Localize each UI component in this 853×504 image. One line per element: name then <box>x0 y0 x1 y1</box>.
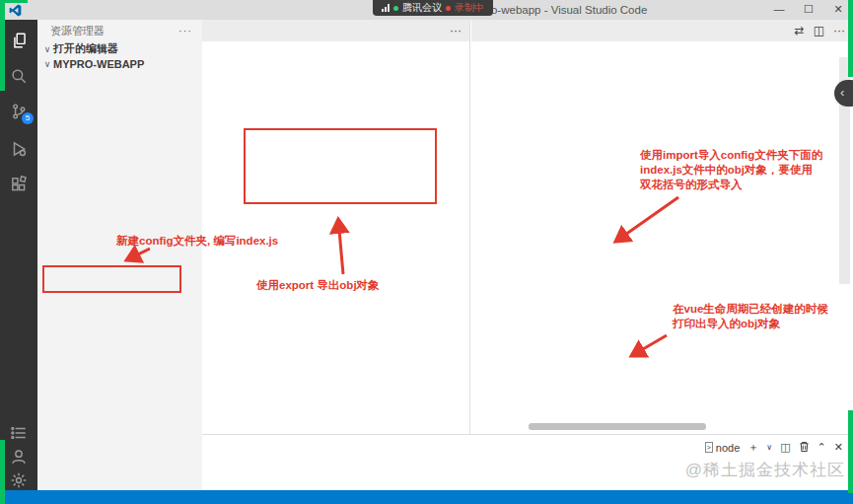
more-actions-icon[interactable]: ··· <box>833 24 845 37</box>
shell-name: node <box>716 442 740 454</box>
editor-group-2: ⇄ ◫ ··· <box>471 20 853 434</box>
maximize-button[interactable]: ☐ <box>794 0 823 20</box>
chevron-down-icon[interactable]: ∨ <box>766 443 772 452</box>
breadcrumb[interactable] <box>202 41 469 57</box>
open-editors-section[interactable]: ∨ 打开的编辑器 <box>37 41 202 56</box>
project-section[interactable]: ∨ MYPRO-WEBAPP <box>37 56 202 72</box>
terminal-icon: > <box>705 442 713 453</box>
open-changes-icon[interactable]: ⇄ <box>795 24 805 37</box>
recording-border <box>0 440 5 504</box>
breadcrumb[interactable] <box>471 41 853 57</box>
minimize-button[interactable]: — <box>764 0 794 20</box>
editor-group-1: ··· <box>202 20 470 434</box>
vscode-logo-icon <box>9 4 22 17</box>
new-terminal-icon[interactable]: ＋ <box>747 440 758 455</box>
status-bar <box>0 490 853 504</box>
annotation-import-note: 使用import导入config文件夹下面的 index.js文件中的obj对象… <box>640 148 822 192</box>
watermark: @稀土掘金技术社区 <box>685 459 845 481</box>
horizontal-scrollbar[interactable] <box>529 423 706 430</box>
run-debug-icon[interactable] <box>0 134 37 164</box>
search-icon[interactable] <box>0 61 37 91</box>
activity-bar: 5 <box>0 20 37 490</box>
chevron-left-icon: ‹ <box>840 85 844 100</box>
chevron-down-icon: ∨ <box>41 59 53 69</box>
recording-border <box>0 0 5 91</box>
annotation-export-note: 使用export 导出obj对象 <box>256 278 380 293</box>
recording-border <box>848 0 853 77</box>
meeting-app-name: 腾讯会议 <box>402 1 442 15</box>
annotation-sidebar-note: 新建config文件夹, 编写index.js <box>116 234 278 249</box>
online-dot-icon <box>393 6 398 11</box>
vscode-window: App.vue - mypro-webapp - Visual Studio C… <box>0 0 853 504</box>
more-actions-icon[interactable]: ··· <box>450 24 462 37</box>
recording-status: 录制中 <box>455 1 484 15</box>
signal-icon <box>382 4 390 12</box>
split-editor-icon[interactable]: ◫ <box>814 24 824 37</box>
open-editors-label: 打开的编辑器 <box>53 41 118 56</box>
recording-dot-icon <box>446 6 451 11</box>
annotation-box-export <box>244 128 437 204</box>
explorer-sidebar: 资源管理器 ··· ∨ 打开的编辑器 ∨ MYPRO-WEBAPP <box>37 20 202 490</box>
sidebar-title: 资源管理器 <box>50 24 105 38</box>
sidebar-more-actions-icon[interactable]: ··· <box>178 25 192 36</box>
split-terminal-icon[interactable]: ◫ <box>780 441 790 454</box>
annotation-box-config <box>42 265 181 293</box>
recording-border <box>0 0 28 3</box>
meeting-overlay[interactable]: 腾讯会议 录制中 <box>373 0 493 16</box>
extensions-icon[interactable] <box>0 170 37 199</box>
shell-selector[interactable]: > node <box>705 442 741 454</box>
chevron-down-icon: ∨ <box>41 44 53 54</box>
explorer-icon[interactable] <box>0 26 37 55</box>
scm-badge: 5 <box>22 112 34 124</box>
recording-border <box>848 410 853 493</box>
bottom-panel: > node ＋ ∨ ◫ ⌃ ✕ @稀土掘金技术社区 <box>202 434 853 490</box>
annotation-lifecycle-note: 在vue生命周期已经创建的时候 打印出导入的obj对象 <box>673 302 828 331</box>
code-editor-app-vue[interactable] <box>471 57 853 434</box>
maximize-panel-icon[interactable]: ⌃ <box>817 441 826 454</box>
source-control-icon[interactable]: 5 <box>0 97 37 126</box>
project-label: MYPRO-WEBAPP <box>53 58 144 70</box>
kill-terminal-icon[interactable] <box>799 441 810 455</box>
close-panel-icon[interactable]: ✕ <box>834 441 843 454</box>
